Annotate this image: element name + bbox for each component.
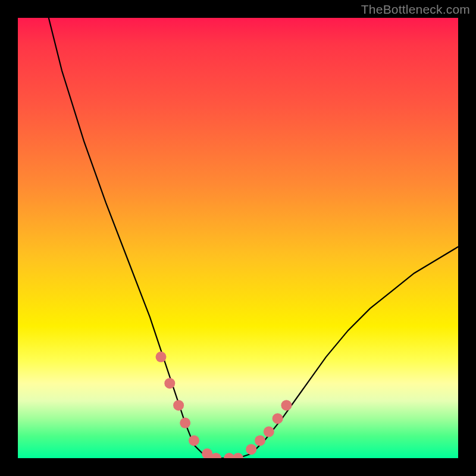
pink-dots-right-point (246, 444, 256, 455)
pink-dots-left-point (164, 378, 175, 389)
pink-dots-left-point (202, 449, 212, 458)
pink-dots-right-point (255, 435, 265, 446)
pink-dots-right-point (273, 413, 283, 424)
chart-container: TheBottleneck.com (0, 0, 476, 476)
plot-area (18, 18, 458, 458)
pink-dots-left-point (224, 453, 234, 458)
pink-dots-right-point (264, 427, 274, 437)
pink-dots-left-point (189, 435, 199, 446)
pink-dots-left-point (180, 418, 190, 428)
pink-dots-left-point (211, 453, 221, 458)
pink-dots-left-point (173, 400, 184, 411)
watermark-text: TheBottleneck.com (361, 2, 470, 17)
curve-layer (18, 18, 458, 458)
pink-dots-left-point (233, 453, 243, 458)
bottleneck-curve (49, 18, 458, 458)
pink-dots-right-point (281, 400, 292, 411)
pink-dots-left-point (156, 352, 167, 362)
